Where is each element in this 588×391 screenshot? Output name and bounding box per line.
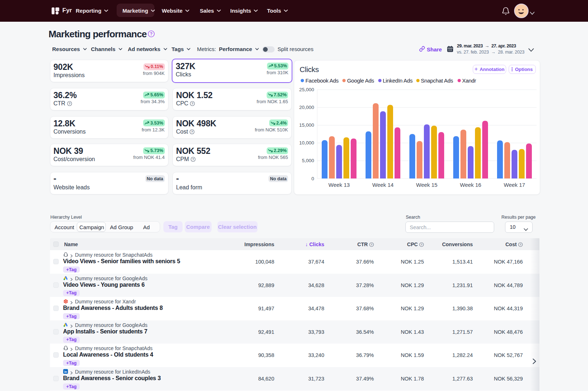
- svg-text:0: 0: [311, 176, 314, 181]
- svg-text:10,000: 10,000: [299, 140, 314, 146]
- svg-text:?: ?: [371, 243, 372, 246]
- svg-text:25,000: 25,000: [299, 87, 314, 92]
- svg-text:?: ?: [191, 102, 193, 105]
- svg-text:Week 13: Week 13: [329, 182, 350, 188]
- svg-text:20,000: 20,000: [299, 105, 314, 110]
- svg-text:Week 14: Week 14: [372, 182, 394, 188]
- svg-text:?: ?: [421, 243, 422, 246]
- svg-text:?: ?: [191, 130, 193, 134]
- svg-text:?: ?: [192, 157, 194, 161]
- svg-text:Week 15: Week 15: [416, 182, 438, 188]
- svg-text:15,000: 15,000: [299, 122, 314, 128]
- svg-text:Week 16: Week 16: [460, 182, 481, 188]
- svg-text:?: ?: [150, 31, 153, 37]
- svg-text:?: ?: [520, 243, 521, 246]
- svg-text:5,000: 5,000: [302, 158, 314, 163]
- svg-text:in: in: [64, 370, 67, 374]
- svg-text:?: ?: [68, 102, 71, 105]
- svg-text:Week 17: Week 17: [504, 182, 525, 188]
